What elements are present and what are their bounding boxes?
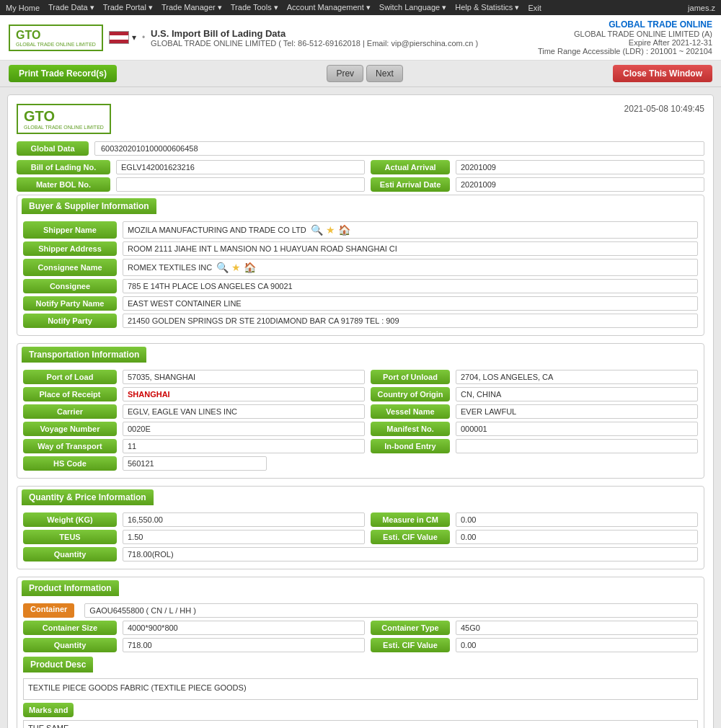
container-row: Container GAOU6455800 ( CN / L / HH )	[23, 603, 698, 618]
consignee-search-icon[interactable]: 🔍	[216, 262, 229, 273]
shipper-name-label: Shipper Name	[23, 221, 117, 239]
port-load-row: Port of Load 57035, SHANGHAI Port of Unl…	[23, 370, 698, 384]
shipper-address-value: ROOM 2111 JIAHE INT L MANSION NO 1 HUAYU…	[123, 241, 698, 256]
consignee-star-icon[interactable]: ★	[231, 262, 241, 273]
container-size-label: Container Size	[23, 621, 117, 635]
product-desc-title-bar: Product Desc	[23, 655, 698, 675]
header-right: GLOBAL TRADE ONLINE GLOBAL TRADE ONLINE …	[538, 19, 712, 56]
brand-name: GLOBAL TRADE ONLINE	[538, 19, 712, 30]
notify-party-name-label: Notify Party Name	[23, 296, 117, 311]
place-of-receipt-value: SHANGHAI	[123, 387, 365, 401]
weight-label: Weight (KG)	[23, 512, 117, 527]
port-of-load-label: Port of Load	[23, 370, 117, 384]
expire-label: Expire After 2021-12-31	[538, 38, 712, 47]
shipper-name-value: MOZILA MANUFACTURING AND TRADE CO LTD 🔍 …	[123, 221, 698, 239]
main-content: GTO GLOBAL TRADE ONLINE LIMITED 2021-05-…	[0, 87, 721, 728]
nav-trade-data[interactable]: Trade Data ▾	[48, 3, 94, 12]
quantity-price-section: Quantity & Price Information Weight (KG)…	[17, 486, 704, 569]
way-of-transport-label: Way of Transport	[23, 439, 117, 453]
nav-menu: My Home Trade Data ▾ Trade Portal ▾ Trad…	[6, 3, 541, 12]
record-card: GTO GLOBAL TRADE ONLINE LIMITED 2021-05-…	[7, 94, 714, 728]
bol-value: EGLV142001623216	[116, 160, 365, 174]
in-bond-entry-label: In-bond Entry	[371, 439, 450, 453]
product-desc-value: TEXTILE PIECE GOODS FABRIC (TEXTILE PIEC…	[23, 678, 698, 700]
quantity-price-title: Quantity & Price Information	[22, 489, 154, 505]
esti-cif-label: Esti. CIF Value	[371, 530, 450, 544]
logo: GTO GLOBAL TRADE ONLINE LIMITED	[9, 25, 103, 51]
place-receipt-row: Place of Receipt SHANGHAI Country of Ori…	[23, 387, 698, 401]
notify-party-label: Notify Party	[23, 314, 117, 328]
voyage-number-value: 0020E	[123, 422, 365, 436]
nav-exit[interactable]: Exit	[528, 4, 541, 12]
consignee-name-label: Consignee Name	[23, 259, 117, 276]
shipper-home-icon[interactable]: 🏠	[338, 224, 350, 236]
shipper-star-icon[interactable]: ★	[326, 224, 335, 236]
container-type-value: 45G0	[456, 621, 698, 635]
notify-party-name-row: Notify Party Name EAST WEST CONTAINER LI…	[23, 296, 698, 311]
teus-label: TEUS	[23, 530, 117, 544]
consignee-home-icon[interactable]: 🏠	[244, 262, 256, 273]
nav-switch-language[interactable]: Switch Language ▾	[379, 3, 446, 12]
nav-trade-tools[interactable]: Trade Tools ▾	[231, 3, 278, 12]
card-timestamp: 2021-05-08 10:49:45	[624, 104, 704, 114]
header-bar: GTO GLOBAL TRADE ONLINE LIMITED ▾ • U.S.…	[0, 15, 721, 61]
close-button-top[interactable]: Close This Window	[613, 65, 712, 82]
nav-trade-manager[interactable]: Trade Manager ▾	[162, 3, 222, 12]
quantity-value: 718.00(ROL)	[123, 547, 698, 561]
top-toolbar: Print Trade Record(s) Prev Next Close Th…	[0, 61, 721, 87]
card-logo: GTO GLOBAL TRADE ONLINE LIMITED	[17, 104, 111, 134]
esti-arrival-value: 20201009	[456, 177, 704, 192]
next-button-top[interactable]: Next	[366, 65, 403, 82]
shipper-address-label: Shipper Address	[23, 241, 117, 256]
bol-label: Bill of Lading No.	[17, 160, 110, 174]
esti-arrival-label: Esti Arrival Date	[371, 177, 450, 192]
nav-help-statistics[interactable]: Help & Statistics ▾	[455, 3, 519, 12]
transport-row: Way of Transport 11 In-bond Entry	[23, 439, 698, 453]
card-header: GTO GLOBAL TRADE ONLINE LIMITED 2021-05-…	[17, 104, 704, 134]
quantity-price-title-bar: Quantity & Price Information	[17, 487, 704, 508]
weight-value: 16,550.00	[123, 512, 365, 527]
hs-code-label: HS Code	[23, 456, 117, 471]
marks-value: THE SAME	[23, 720, 698, 728]
in-bond-entry-value	[456, 439, 698, 453]
card-logo-sub: GLOBAL TRADE ONLINE LIMITED	[24, 125, 104, 130]
nav-my-home[interactable]: My Home	[6, 4, 40, 12]
data-subtitle: GLOBAL TRADE ONLINE LIMITED ( Tel: 86-51…	[151, 39, 478, 48]
shipper-search-icon[interactable]: 🔍	[311, 224, 323, 236]
weight-row: Weight (KG) 16,550.00 Measure in CM 0.00	[23, 512, 698, 527]
hs-code-value: 560121	[123, 456, 267, 471]
manifest-no-value: 000001	[456, 422, 698, 436]
consignee-name-row: Consignee Name ROMEX TEXTILES INC 🔍 ★ 🏠	[23, 259, 698, 276]
carrier-row: Carrier EGLV, EAGLE VAN LINES INC Vessel…	[23, 404, 698, 419]
consignee-name-icons: 🔍 ★ 🏠	[216, 262, 256, 273]
nav-account-management[interactable]: Account Management ▾	[287, 3, 371, 12]
nav-buttons-top: Prev Next	[327, 65, 402, 82]
flag-selector[interactable]: ▾	[109, 31, 136, 44]
nav-trade-portal[interactable]: Trade Portal ▾	[103, 3, 153, 12]
prev-button-top[interactable]: Prev	[327, 65, 363, 82]
flag-separator: ▾	[132, 32, 136, 43]
product-info-body: Container GAOU6455800 ( CN / L / HH ) Co…	[17, 599, 704, 728]
container-size-row: Container Size 4000*900*800 Container Ty…	[23, 621, 698, 635]
quantity-row: Quantity 718.00(ROL)	[23, 547, 698, 561]
container-value: GAOU6455800 ( CN / L / HH )	[84, 603, 698, 618]
print-button-top[interactable]: Print Trade Record(s)	[9, 65, 117, 82]
product-info-title-bar: Product Information	[17, 577, 704, 599]
nav-user: james.z	[688, 4, 715, 12]
measure-cm-value: 0.00	[456, 512, 698, 527]
teus-row: TEUS 1.50 Esti. CIF Value 0.00	[23, 530, 698, 544]
way-of-transport-value: 11	[123, 439, 365, 453]
teus-value: 1.50	[123, 530, 365, 544]
vessel-name-label: Vessel Name	[371, 404, 450, 419]
quantity-label: Quantity	[23, 547, 117, 561]
global-data-value: 6003202010100000606458	[94, 141, 704, 156]
consignee-label: Consignee	[23, 279, 117, 293]
measure-cm-label: Measure in CM	[371, 512, 450, 527]
transport-body: Port of Load 57035, SHANGHAI Port of Unl…	[17, 365, 704, 478]
actual-arrival-value: 20201009	[456, 160, 704, 174]
notify-party-row: Notify Party 21450 GOLDEN SPRINGS DR STE…	[23, 314, 698, 328]
product-desc-title: Product Desc	[23, 657, 93, 672]
quantity2-value: 718.00	[123, 638, 365, 652]
voyage-row: Voyage Number 0020E Manifest No. 000001	[23, 422, 698, 436]
consignee-row: Consignee 785 E 14TH PLACE LOS ANGELES C…	[23, 279, 698, 293]
